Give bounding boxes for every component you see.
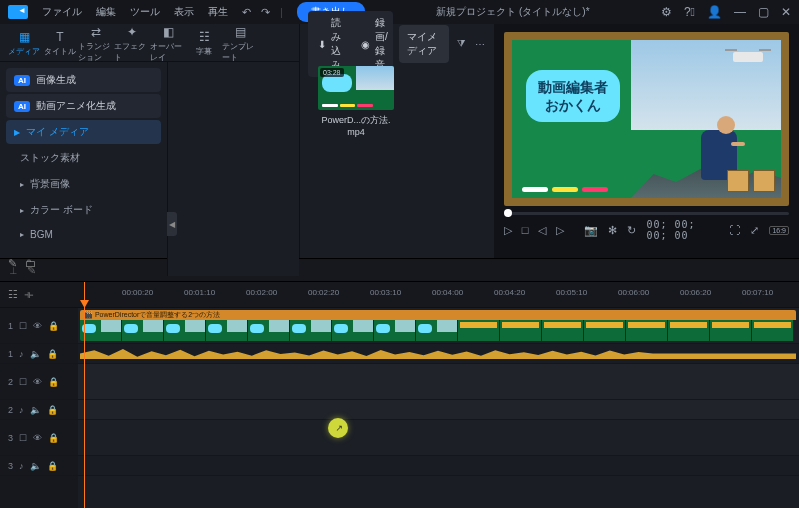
menu-tool[interactable]: ツール	[130, 5, 160, 19]
record-icon: ◉	[361, 39, 370, 50]
overlay-icon: ◧	[163, 25, 174, 39]
cut-tool-icon[interactable]: ⟂	[10, 264, 17, 276]
stop-icon[interactable]: □	[522, 224, 529, 236]
tab-media[interactable]: ▦メディア	[6, 28, 42, 57]
audio-icon: ♪	[19, 461, 24, 471]
filter-icon[interactable]: ⧩	[455, 33, 467, 55]
sidebar-colorboard[interactable]: ▸カラー ボード	[6, 198, 161, 222]
quality-icon[interactable]: ✻	[608, 224, 617, 237]
lock-icon[interactable]: 🔒	[48, 433, 59, 443]
visibility-icon[interactable]: 👁	[33, 433, 42, 443]
chevron-right-icon: ▸	[20, 230, 24, 239]
media-clip[interactable]: 03:28 PowerD...の方法.mp4	[318, 66, 394, 137]
playhead[interactable]	[84, 282, 85, 508]
help-icon[interactable]: ?⃝	[684, 5, 695, 19]
close-icon[interactable]: ✕	[781, 5, 791, 19]
minimize-icon[interactable]: —	[734, 5, 746, 19]
chevron-right-icon: ▶	[14, 128, 20, 137]
lock-icon[interactable]: 🔒	[47, 461, 58, 471]
settings-icon[interactable]: ⚙	[661, 5, 672, 19]
aspect-ratio[interactable]: 16:9	[769, 226, 789, 235]
snapshot-icon[interactable]: 📷	[584, 224, 598, 237]
tab-effect[interactable]: ✦エフェクト	[114, 23, 150, 63]
timecode: 00; 00; 00; 00	[646, 219, 719, 241]
redo-icon[interactable]: ↷	[261, 6, 270, 19]
video-icon: ☐	[19, 321, 27, 331]
track-video-2[interactable]	[78, 364, 799, 400]
media-filter-dropdown[interactable]: マイメディア	[399, 25, 449, 63]
account-icon[interactable]: 👤	[707, 5, 722, 19]
fit-icon[interactable]: ⛶	[729, 224, 740, 236]
video-icon: ☐	[19, 433, 27, 443]
maximize-icon[interactable]: ▢	[758, 5, 769, 19]
sidebar-background[interactable]: ▸背景画像	[6, 172, 161, 196]
lock-icon[interactable]: 🔒	[47, 349, 58, 359]
brush-tool-icon[interactable]: ✎	[27, 264, 36, 277]
tab-overlay[interactable]: ◧オーバーレイ	[150, 23, 186, 63]
tab-template[interactable]: ▤テンプレート	[222, 23, 258, 63]
ai-badge-icon: AI	[14, 101, 30, 112]
mute-icon[interactable]: 🔈	[30, 405, 41, 415]
lock-icon[interactable]: 🔒	[48, 377, 59, 387]
lock-icon[interactable]: 🔒	[48, 321, 59, 331]
track-audio-3[interactable]	[78, 456, 799, 476]
track-header-audio-3[interactable]: 3♪🔈🔒	[0, 456, 78, 476]
menu-file[interactable]: ファイル	[42, 5, 82, 19]
sidebar-ai-video[interactable]: AI動画アニメ化生成	[6, 94, 161, 118]
collapse-sidebar-button[interactable]: ◀	[167, 212, 177, 236]
chevron-right-icon: ▸	[20, 180, 24, 189]
track-header-video-3[interactable]: 3☐👁🔒	[0, 420, 78, 456]
clip-thumbnail: 03:28	[318, 66, 394, 110]
track-audio-2[interactable]	[78, 400, 799, 420]
undo-icon[interactable]: ↶	[242, 6, 251, 19]
tab-subtitle[interactable]: ☷字幕	[186, 28, 222, 57]
sidebar-bgm[interactable]: ▸BGM	[6, 224, 161, 245]
drone-graphic	[733, 52, 763, 62]
project-title: 新規プロジェクト (タイトルなし)*	[379, 5, 647, 19]
subtitle-icon: ☷	[199, 30, 210, 44]
clip-filename: PowerD...の方法.mp4	[318, 114, 394, 137]
more-icon[interactable]: ⋯	[473, 33, 485, 55]
menu-edit[interactable]: 編集	[96, 5, 116, 19]
timeline-ruler[interactable]: 00:00:20 00:01:10 00:02:00 00:02:20 00:0…	[78, 282, 799, 308]
sidebar-ai-image[interactable]: AI画像生成	[6, 68, 161, 92]
preview-monitor[interactable]: 動画編集者おかくん	[504, 32, 789, 206]
lock-icon[interactable]: 🔒	[47, 405, 58, 415]
menu-play[interactable]: 再生	[208, 5, 228, 19]
track-video-3[interactable]	[78, 420, 799, 456]
track-header-video-2[interactable]: 2☐👁🔒	[0, 364, 78, 400]
app-logo	[8, 5, 28, 19]
menu-view[interactable]: 表示	[174, 5, 194, 19]
clip-duration: 03:28	[320, 68, 344, 77]
magnet-icon[interactable]: ⟛	[24, 288, 34, 301]
preview-scrubber[interactable]	[504, 212, 789, 215]
tab-title[interactable]: Tタイトル	[42, 28, 78, 57]
track-settings-icon[interactable]: ☷	[8, 288, 18, 301]
track-header-audio-1[interactable]: 1♪🔈🔒	[0, 344, 78, 364]
sidebar-my-media[interactable]: ▶マイ メディア	[6, 120, 161, 144]
visibility-icon[interactable]: 👁	[33, 321, 42, 331]
timeline-clip[interactable]: 🎬 PowerDirectorで音量調整する2つの方法	[80, 310, 796, 341]
track-header-video-1[interactable]: 1☐👁🔒	[0, 308, 78, 344]
mouse-cursor-highlight	[328, 418, 348, 438]
video-icon: ☐	[19, 377, 27, 387]
track-audio-1[interactable]	[78, 344, 799, 364]
play-icon[interactable]: ▷	[504, 224, 512, 237]
sidebar-stock[interactable]: ストック素材	[6, 146, 161, 170]
mute-icon[interactable]: 🔈	[30, 461, 41, 471]
next-frame-icon[interactable]: ▷	[556, 224, 564, 237]
divider: |	[280, 6, 283, 18]
media-icon: ▦	[19, 30, 30, 44]
mute-icon[interactable]: 🔈	[30, 349, 41, 359]
ai-badge-icon: AI	[14, 75, 30, 86]
visibility-icon[interactable]: 👁	[33, 377, 42, 387]
track-header-audio-2[interactable]: 2♪🔈🔒	[0, 400, 78, 420]
loop-icon[interactable]: ↻	[627, 224, 636, 237]
title-icon: T	[56, 30, 63, 44]
fullscreen-icon[interactable]: ⤢	[750, 224, 759, 237]
tab-transition[interactable]: ⇄トランジション	[78, 23, 114, 63]
prev-frame-icon[interactable]: ◁	[538, 224, 546, 237]
track-video-1[interactable]: 🎬 PowerDirectorで音量調整する2つの方法	[78, 308, 799, 344]
template-icon: ▤	[235, 25, 246, 39]
timeline-audio-clip[interactable]	[80, 346, 796, 361]
